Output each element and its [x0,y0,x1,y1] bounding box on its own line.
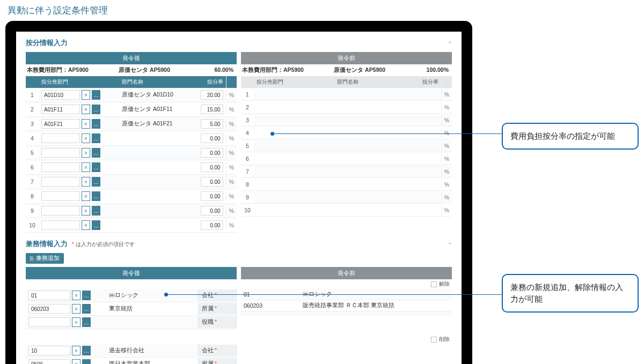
clear-button[interactable]: × [72,291,80,300]
collapse-icon[interactable]: ⌃ [448,242,452,248]
clear-button[interactable]: × [82,206,90,216]
lookup-button[interactable]: … [82,346,91,355]
page-title: 異動に伴う設定条件管理 [8,4,639,17]
clear-button[interactable]: × [82,148,90,158]
lookup-button[interactable]: … [92,119,100,129]
value-name: 販売統括事業部 ＲＣ本部 東京統括 [300,300,452,311]
clear-button[interactable]: × [72,346,80,355]
clear-button[interactable]: × [82,220,90,230]
dept-name [119,165,197,169]
pane-header-after: 発令後 [26,267,237,279]
clear-button[interactable]: × [82,191,90,201]
summary-dept: 本務費用部門：AP5900 [27,66,119,74]
release-checkbox[interactable] [431,281,437,287]
dept-code-input[interactable]: A01F11 [41,105,80,114]
table-row: 7×…0.00% [26,175,237,189]
dept-code-input[interactable] [41,148,80,158]
annotation-allocation-rate: 費用負担按分率の指定が可能 [502,123,639,150]
lookup-button[interactable]: … [92,90,100,100]
dept-code-input[interactable] [41,133,80,143]
dept-name [119,194,197,198]
lookup-button[interactable]: … [82,291,91,300]
add-concurrent-button[interactable]: ⎘ 兼務追加 [26,253,64,264]
rate-input[interactable]: 20.00 [201,90,223,100]
dept-code-input[interactable] [41,206,80,216]
clear-button[interactable]: × [82,133,90,143]
lookup-button[interactable]: … [82,359,91,364]
clear-button[interactable]: × [72,359,80,364]
field-label: 所属* [198,358,237,364]
allocation-after-pane: 発令後 本務費用部門：AP5900 原価センタ AP5900 60.00% 按分… [26,52,237,233]
rate-input[interactable]: 0.00 [201,133,223,143]
annotation-concurrent: 兼務の新規追加、解除情報の入力が可能 [502,274,639,313]
unit-label: % [226,90,237,100]
value-name: ㈱ロシック [106,290,198,301]
unit-label: % [441,166,452,177]
lookup-button[interactable]: … [82,304,91,314]
dept-code-input[interactable] [41,177,80,187]
lookup-button[interactable]: … [92,206,100,216]
row-index: 9 [241,192,254,203]
rate-input[interactable]: 0.00 [201,148,223,158]
clear-button[interactable]: × [72,304,80,314]
col-rate: 按分率 [197,76,226,88]
field-label: 会社* [198,289,237,301]
lookup-button[interactable]: … [92,191,100,201]
dept-code-input[interactable] [41,220,80,230]
dept-name: 原価センタ A01F11 [119,103,197,115]
dept-code-input[interactable] [41,162,80,172]
rate-input[interactable]: 0.00 [201,191,223,201]
code-input[interactable]: 01 [28,291,70,300]
delete-checkbox[interactable] [431,337,437,343]
lookup-button[interactable]: … [92,133,100,143]
row-index: 2 [241,102,254,113]
table-row: 1% [241,88,452,101]
lookup-button[interactable]: … [92,162,100,172]
col-dept: 按分先部門 [39,76,119,88]
required-note: * は入力が必須の項目です [72,241,135,248]
clear-button[interactable]: × [82,105,90,114]
lookup-button[interactable]: … [92,177,100,187]
lookup-button[interactable]: … [92,220,100,230]
rate-input[interactable]: 0.00 [201,162,223,172]
rate-value [412,92,441,96]
allocation-before-pane: 発令前 本務費用部門：AP5900 原価センタ AP5900 100.00% 按… [241,52,452,233]
clear-button[interactable]: × [82,177,90,187]
clear-button[interactable]: × [82,162,90,172]
dept-name [119,151,197,155]
unit-label: % [441,102,452,113]
rate-value [412,131,441,135]
code-input[interactable]: 10 [28,346,70,355]
list-item [241,311,452,315]
summary-pct: 60.00% [203,66,236,74]
dept-code-input[interactable] [41,191,80,201]
field-label: 役職* [198,316,237,328]
dept-code-input[interactable]: A01F21 [41,119,80,129]
code-input[interactable] [28,317,70,327]
rate-input[interactable]: 5.00 [201,119,223,129]
pane-header-before: 発令前 [241,52,452,64]
clear-button[interactable]: × [72,317,80,327]
lookup-button[interactable]: … [92,105,100,114]
lookup-button[interactable]: … [82,317,91,327]
table-row: 8×…0.00% [26,189,237,204]
unit-label: % [441,89,452,100]
allocation-section-title: 按分情報入力 [26,38,68,48]
summary-center: 原価センタ AP5900 [334,66,419,74]
clear-button[interactable]: × [82,90,90,100]
list-item: 0506×…西日本営業本部所属* [26,358,237,364]
dept-code-input[interactable]: A01D10 [41,90,80,100]
collapse-icon[interactable]: ⌃ [448,41,452,47]
unit-label: % [441,192,452,203]
rate-input[interactable]: 0.00 [201,220,223,230]
clear-button[interactable]: × [82,119,90,129]
code-input[interactable]: 060203 [28,304,70,314]
col-name: 部門名称 [334,76,412,88]
lookup-button[interactable]: … [92,148,100,158]
unit-label: % [441,205,452,216]
code-input[interactable]: 0506 [28,359,70,364]
table-row: 9% [241,191,452,204]
rate-input[interactable]: 15.00 [201,105,223,114]
rate-input[interactable]: 0.00 [201,206,223,216]
rate-input[interactable]: 0.00 [201,177,223,187]
